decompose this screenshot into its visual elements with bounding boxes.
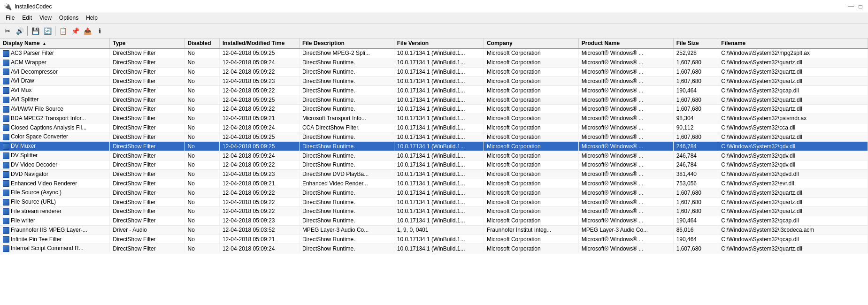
- cut-icon[interactable]: ✂: [2, 25, 13, 37]
- row-icon: [3, 97, 9, 103]
- refresh-icon[interactable]: 🔄: [42, 25, 53, 37]
- menu-item-view[interactable]: View: [36, 14, 55, 22]
- paste-icon[interactable]: 📌: [69, 25, 81, 37]
- cell-display_name: ACM Wrapper: [0, 58, 110, 67]
- speaker-icon[interactable]: 🔊: [14, 25, 25, 37]
- menu-item-help[interactable]: Help: [82, 14, 101, 22]
- cell-filename: C:\Windows\System32\quartz.dll: [718, 244, 868, 253]
- cell-type: DirectShow Filter: [110, 179, 184, 188]
- cell-file_size: 1,607,680: [673, 76, 718, 86]
- cell-display_name: File Source (Async.): [0, 188, 110, 198]
- cell-type: DirectShow Filter: [110, 114, 184, 123]
- table-row[interactable]: Infinite Pin Tee FilterDirectShow Filter…: [0, 235, 868, 244]
- cell-file_description: Enhanced Video Render...: [299, 179, 394, 188]
- cell-installed_time: 12-04-2018 05:09:22: [219, 104, 299, 114]
- cell-file_size: 98,304: [673, 114, 718, 123]
- table-row[interactable]: BDA MPEG2 Transport Infor...DirectShow F…: [0, 114, 868, 123]
- cell-file_version: 10.0.17134.1 (WinBuild.1...: [394, 188, 484, 198]
- export-icon[interactable]: 📤: [82, 25, 93, 37]
- cell-file_description: DirectShow Runtime.: [299, 207, 394, 216]
- row-icon: [3, 245, 9, 252]
- table-row[interactable]: AVI DrawDirectShow FilterNo12-04-2018 05…: [0, 76, 868, 86]
- cell-disabled: No: [184, 169, 219, 179]
- table-row[interactable]: DVD NavigatorDirectShow FilterNo12-04-20…: [0, 169, 868, 179]
- cell-product_name: Microsoft® Windows® ...: [578, 179, 673, 188]
- table-row[interactable]: File Source (Async.)DirectShow FilterNo1…: [0, 188, 868, 198]
- table-row[interactable]: Enhanced Video RendererDirectShow Filter…: [0, 179, 868, 188]
- row-icon: [3, 143, 9, 150]
- cell-type: DirectShow Filter: [110, 235, 184, 244]
- save-icon[interactable]: 💾: [30, 25, 41, 37]
- cell-type: DirectShow Filter: [110, 86, 184, 95]
- cell-disabled: No: [184, 76, 219, 86]
- copy-icon[interactable]: 📋: [57, 25, 69, 37]
- cell-file_version: 10.0.17134.1 (WinBuild.1...: [394, 58, 484, 67]
- cell-file_description: DirectShow Runtime.: [299, 76, 394, 86]
- cell-product_name: Microsoft® Windows® ...: [578, 142, 673, 151]
- row-icon: [3, 78, 9, 84]
- col-header-disabled[interactable]: Disabled: [184, 38, 219, 48]
- cell-installed_time: 12-04-2018 05:09:23: [219, 169, 299, 179]
- cell-disabled: No: [184, 188, 219, 198]
- cell-type: DirectShow Filter: [110, 95, 184, 105]
- cell-file_version: 10.0.17134.1 (WinBuild.1...: [394, 48, 484, 58]
- cell-disabled: No: [184, 67, 219, 76]
- table-row[interactable]: DV Video DecoderDirectShow FilterNo12-04…: [0, 160, 868, 169]
- cell-file_version: 10.0.17134.1 (WinBuild.1...: [394, 169, 484, 179]
- col-header-file-ver[interactable]: File Version: [394, 38, 484, 48]
- table-row[interactable]: Internal Script Command R...DirectShow F…: [0, 244, 868, 253]
- cell-display_name: AVI Draw: [0, 76, 110, 86]
- cell-filename: C:\Windows\System32\qdv.dll: [718, 151, 868, 160]
- cell-display_name: DV Muxer: [0, 142, 110, 151]
- col-header-product[interactable]: Product Name: [578, 38, 673, 48]
- cell-display_name: DV Splitter: [0, 151, 110, 160]
- cell-company: Fraunhofer Institut Integ...: [484, 225, 578, 235]
- col-header-installed[interactable]: Installed/Modified Time: [219, 38, 299, 48]
- cell-product_name: Microsoft® Windows® ...: [578, 123, 673, 132]
- cell-company: Microsoft Corporation: [484, 142, 578, 151]
- menu-item-options[interactable]: Options: [55, 14, 82, 22]
- col-header-display-name[interactable]: Display Name ▲: [0, 38, 110, 48]
- cell-type: DirectShow Filter: [110, 198, 184, 207]
- col-header-file-size[interactable]: File Size: [673, 38, 718, 48]
- table-row[interactable]: File stream rendererDirectShow FilterNo1…: [0, 207, 868, 216]
- table-row[interactable]: ACM WrapperDirectShow FilterNo12-04-2018…: [0, 58, 868, 67]
- cell-file_size: 1,607,680: [673, 58, 718, 67]
- col-header-filename[interactable]: Filename: [718, 38, 868, 48]
- cell-display_name: Color Space Converter: [0, 132, 110, 142]
- table-row[interactable]: Closed Captions Analysis Fil...DirectSho…: [0, 123, 868, 132]
- cell-type: DirectShow Filter: [110, 216, 184, 225]
- cell-file_version: 10.0.17134.1 (WinBuild.1...: [394, 198, 484, 207]
- table-row[interactable]: AC3 Parser FilterDirectShow FilterNo12-0…: [0, 48, 868, 58]
- cell-installed_time: 12-04-2018 05:09:25: [219, 132, 299, 142]
- minimize-button[interactable]: —: [847, 3, 855, 10]
- cell-product_name: Microsoft® Windows® ...: [578, 216, 673, 225]
- cell-filename: C:\Windows\System32\qcap.dll: [718, 86, 868, 95]
- col-header-company[interactable]: Company: [484, 38, 578, 48]
- cell-filename: C:\Windows\System32\psisrndr.ax: [718, 114, 868, 123]
- info-icon[interactable]: ℹ: [94, 25, 105, 37]
- cell-installed_time: 12-04-2018 05:09:22: [219, 67, 299, 76]
- menu-item-edit[interactable]: Edit: [18, 14, 36, 22]
- row-icon: [3, 106, 9, 113]
- table-row[interactable]: DV SplitterDirectShow FilterNo12-04-2018…: [0, 151, 868, 160]
- maximize-button[interactable]: □: [857, 3, 864, 10]
- cell-file_version: 10.0.17134.1 (WinBuild.1...: [394, 86, 484, 95]
- table-row[interactable]: Color Space ConverterDirectShow FilterNo…: [0, 132, 868, 142]
- menu-item-file[interactable]: File: [2, 14, 18, 22]
- cell-disabled: No: [184, 58, 219, 67]
- table-row[interactable]: AVI DecompressorDirectShow FilterNo12-04…: [0, 67, 868, 76]
- table-row[interactable]: AVI/WAV File SourceDirectShow FilterNo12…: [0, 104, 868, 114]
- table-row[interactable]: AVI MuxDirectShow FilterNo12-04-2018 05:…: [0, 86, 868, 95]
- table-row[interactable]: File writerDirectShow FilterNo12-04-2018…: [0, 216, 868, 225]
- cell-disabled: No: [184, 179, 219, 188]
- table-row[interactable]: AVI SplitterDirectShow FilterNo12-04-201…: [0, 95, 868, 105]
- table-row[interactable]: File Source (URL)DirectShow FilterNo12-0…: [0, 198, 868, 207]
- cell-product_name: Microsoft® Windows® ...: [578, 151, 673, 160]
- col-header-file-desc[interactable]: File Description: [299, 38, 394, 48]
- col-header-type[interactable]: Type: [110, 38, 184, 48]
- cell-file_description: CCA DirectShow Filter.: [299, 123, 394, 132]
- table-row[interactable]: DV MuxerDirectShow FilterNo12-04-2018 05…: [0, 142, 868, 151]
- table-row[interactable]: Fraunhofer IIS MPEG Layer-...Driver - Au…: [0, 225, 868, 235]
- cell-filename: C:\Windows\System32\cca.dll: [718, 123, 868, 132]
